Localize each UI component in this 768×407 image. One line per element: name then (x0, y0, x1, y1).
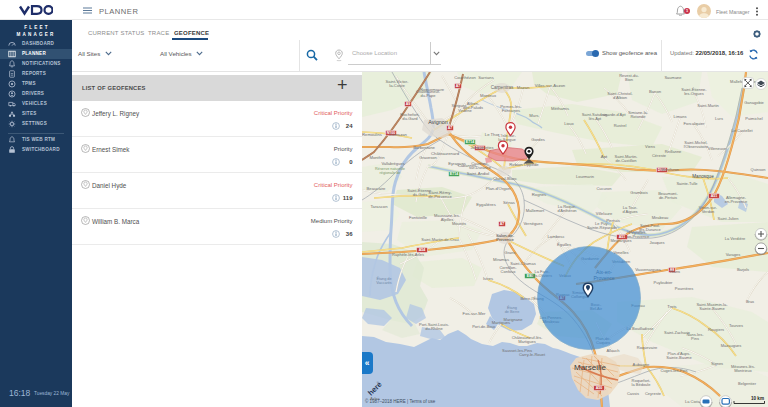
svg-text:Eygalières: Eygalières (476, 202, 496, 207)
svg-text:Fontvieille: Fontvieille (409, 215, 428, 220)
svg-text:E714: E714 (450, 172, 458, 176)
svg-text:Provence: Provence (496, 237, 514, 242)
svg-text:l'Observatoire: l'Observatoire (684, 144, 709, 149)
svg-text:A9: A9 (406, 102, 411, 106)
svg-text:du-Rhône: du-Rhône (425, 326, 443, 331)
svg-text:Céreste: Céreste (652, 153, 667, 158)
svg-text:Rustrel: Rustrel (614, 123, 627, 128)
svg-text:Pins: Pins (691, 336, 699, 341)
svg-text:Vedène: Vedène (458, 108, 472, 113)
svg-text:Lourmarin: Lourmarin (576, 174, 594, 179)
svg-text:Raphèle-lès-Arles: Raphèle-lès-Arles (392, 252, 424, 257)
svg-text:Saint-Zacharie: Saint-Zacharie (664, 330, 691, 335)
svg-text:les-Orgues: les-Orgues (684, 91, 704, 96)
svg-text:Sainte-Réparade: Sainte-Réparade (587, 225, 618, 230)
svg-text:Aubagne: Aubagne (633, 362, 650, 367)
svg-text:Bras: Bras (746, 299, 754, 304)
svg-text:Mazan: Mazan (517, 85, 530, 90)
svg-text:Confoux: Confoux (501, 269, 516, 274)
svg-text:Avignon: Avignon (428, 119, 447, 125)
svg-text:Jouques: Jouques (649, 240, 664, 245)
svg-text:Domazan: Domazan (389, 132, 408, 137)
svg-text:d'Aigues: d'Aigues (622, 209, 637, 214)
svg-text:la Durance: la Durance (627, 230, 645, 234)
svg-text:Vaccarès: Vaccarès (376, 281, 392, 285)
svg-text:Grambois: Grambois (630, 190, 647, 195)
svg-text:Limans: Limans (674, 114, 687, 119)
svg-text:Grans: Grans (505, 250, 516, 255)
svg-text:10 km: 10 km (751, 396, 764, 401)
svg-text:Varages: Varages (726, 252, 741, 257)
svg-text:Montrieux: Montrieux (734, 368, 752, 373)
svg-text:Cassis: Cassis (627, 391, 639, 396)
svg-text:Vernègues: Vernègues (523, 221, 542, 226)
svg-text:Barbentane: Barbentane (413, 145, 435, 150)
svg-text:Marignane: Marignane (504, 317, 524, 322)
svg-text:Vauvenargues: Vauvenargues (635, 267, 661, 272)
svg-text:régionale de: régionale de (380, 171, 401, 175)
svg-text:Carpentras: Carpentras (491, 85, 514, 90)
svg-text:Marseille: Marseille (574, 363, 607, 372)
svg-text:La Verdière: La Verdière (725, 236, 746, 241)
svg-text:La Ciotat: La Ciotat (685, 399, 702, 404)
svg-text:E714: E714 (466, 140, 474, 144)
svg-text:Vallabrègues: Vallabrègues (381, 161, 404, 166)
svg-text:A7: A7 (456, 84, 461, 88)
svg-text:Carry-le-Rouet: Carry-le-Rouet (519, 352, 546, 357)
svg-text:du-Pape: du-Pape (420, 93, 436, 98)
svg-text:Trets: Trets (667, 304, 676, 309)
svg-text:Puimichel: Puimichel (745, 116, 762, 121)
svg-text:Puyloubier: Puyloubier (654, 280, 674, 285)
svg-text:Mazaugues: Mazaugues (721, 343, 742, 348)
svg-text:Apt: Apt (601, 154, 608, 159)
svg-text:Tourves: Tourves (729, 323, 743, 328)
svg-text:Saint-Martin-de-Crau: Saint-Martin-de-Crau (421, 237, 458, 242)
svg-text:Cheval-Blanc: Cheval-Blanc (493, 176, 517, 181)
svg-text:Sainte-Baume: Sainte-Baume (699, 306, 725, 311)
svg-text:Mirabeau: Mirabeau (652, 215, 669, 220)
svg-text:A7: A7 (448, 126, 453, 130)
svg-text:Saint-Martin: Saint-Martin (697, 103, 719, 108)
svg-text:A7: A7 (500, 222, 505, 226)
svg-text:Montfrin: Montfrin (369, 155, 385, 160)
svg-text:Murs: Murs (529, 113, 538, 118)
svg-text:Pourrières: Pourrières (675, 286, 693, 291)
svg-text:Banon: Banon (649, 89, 662, 94)
svg-text:Quinson: Quinson (751, 167, 766, 172)
svg-text:Monteux: Monteux (480, 93, 497, 98)
svg-text:Rougiers: Rougiers (708, 327, 724, 332)
svg-text:Lambesc: Lambesc (548, 234, 565, 239)
svg-text:Beaucaire: Beaucaire (367, 186, 387, 191)
svg-text:Saint-Andiol: Saint-Andiol (467, 171, 490, 176)
svg-text:du-Gard: du-Gard (402, 116, 418, 121)
svg-text:Sarrians: Sarrians (478, 75, 494, 80)
svg-text:Sénas: Sénas (503, 200, 515, 205)
svg-text:Martigues: Martigues (518, 339, 536, 344)
svg-text:Tarascon: Tarascon (371, 204, 389, 209)
svg-text:Villeneuve: Villeneuve (708, 146, 727, 151)
svg-text:Mouriès: Mouriès (452, 221, 466, 226)
svg-text:Graveson: Graveson (419, 155, 436, 160)
svg-text:en-Provence: en-Provence (725, 199, 748, 204)
svg-text:Fos-sur-Mer: Fos-sur-Mer (463, 311, 486, 316)
svg-text:«: « (365, 358, 370, 368)
svg-text:Lagarde-d'Apt: Lagarde-d'Apt (600, 112, 626, 117)
svg-text:Sainte-Tulle: Sainte-Tulle (676, 181, 698, 186)
svg-text:Cucuron: Cucuron (596, 186, 611, 191)
svg-text:Éguilles: Éguilles (557, 242, 571, 247)
svg-text:Sainte-Baume: Sainte-Baume (666, 355, 692, 360)
svg-text:Saumane: Saumane (664, 75, 682, 80)
svg-text:Saint-Julien: Saint-Julien (718, 216, 739, 221)
svg-text:Belgentier: Belgentier (738, 381, 757, 386)
svg-text:Méthamis: Méthamis (551, 106, 569, 111)
svg-text:Cabannes: Cabannes (458, 163, 476, 168)
svg-text:Meyrargues: Meyrargues (610, 238, 631, 243)
svg-text:Mallemort: Mallemort (526, 208, 545, 213)
svg-text:Rians: Rians (670, 269, 680, 274)
svg-text:de-Pertuis: de-Pertuis (659, 195, 677, 200)
svg-text:Lurs: Lurs (715, 116, 723, 121)
svg-text:Roquevaire: Roquevaire (637, 345, 658, 350)
svg-text:Rotonde: Rotonde (630, 114, 646, 119)
svg-text:Viens: Viens (645, 144, 655, 149)
svg-text:Robion Oppède: Robion Oppède (509, 162, 539, 167)
